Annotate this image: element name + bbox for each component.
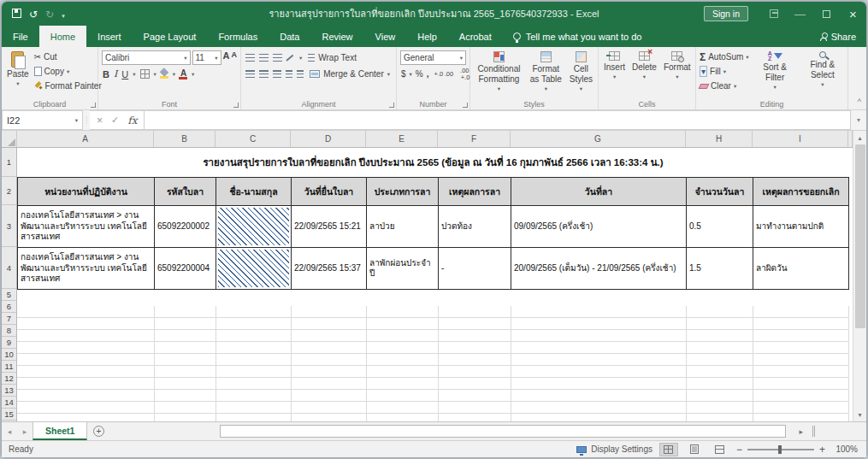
copy-button[interactable]: Copy ▾ [32, 64, 103, 79]
tell-me-box[interactable]: Tell me what you want to do [503, 26, 652, 47]
row-header[interactable]: 15 [2, 409, 16, 421]
fill-button[interactable]: ▾ Fill ▾ [698, 64, 751, 79]
scroll-right-arrow[interactable]: ▸ [799, 425, 803, 438]
header-cell[interactable]: เหตุผลการขอยกเลิก [753, 178, 849, 206]
header-cell[interactable]: วันที่ยื่นใบลา [292, 178, 367, 206]
borders-button[interactable] [140, 69, 150, 79]
format-as-table-button[interactable]: Format as Table ▾ [526, 50, 566, 97]
sheet-tab-sheet1[interactable]: Sheet1 [32, 422, 87, 440]
header-cell[interactable]: จำนวนวันลา [687, 178, 753, 206]
merge-center-button[interactable]: Merge & Center ▾ [308, 67, 392, 81]
row-header[interactable]: 10 [2, 349, 16, 361]
sort-filter-button[interactable]: AZ Sort & Filter ▾ [754, 50, 796, 97]
enter-entry-button[interactable]: ✓ [111, 115, 119, 126]
collapse-ribbon-button[interactable]: ^ [858, 97, 861, 106]
zoom-slider-thumb[interactable] [778, 445, 782, 454]
insert-function-button[interactable]: fx [127, 115, 137, 127]
page-break-view-button[interactable] [711, 443, 729, 456]
column-header-h[interactable]: H [686, 131, 753, 147]
find-select-button[interactable]: Find & Select ▾ [800, 50, 846, 97]
cut-button[interactable]: ✂ Cut [32, 50, 103, 64]
insert-cells-button[interactable]: Insert ▾ [600, 50, 629, 97]
column-header-d[interactable]: D [291, 131, 366, 147]
paste-button[interactable]: Paste ▾ [3, 50, 32, 97]
vertical-scrollbar[interactable]: ▴ ▾ [853, 131, 866, 421]
cell-styles-button[interactable]: Cell Styles ▾ [566, 50, 596, 97]
row-header[interactable]: 12 [2, 373, 16, 385]
align-middle-button[interactable] [259, 54, 269, 62]
delete-cells-button[interactable]: Delete ▾ [629, 50, 660, 97]
fill-color-button[interactable] [161, 69, 168, 79]
format-cells-button[interactable]: Format ▾ [660, 50, 694, 97]
wrap-text-button[interactable]: Wrap Text [306, 50, 358, 65]
row-header[interactable]: 14 [2, 397, 16, 409]
row-header[interactable]: 5 [2, 289, 16, 301]
page-layout-view-button[interactable] [685, 443, 704, 456]
unit-cell[interactable]: กองเทคโนโลยีสารสนเทศ > งานพัฒนาและบริหาร… [18, 206, 155, 248]
column-header-c[interactable]: C [216, 131, 291, 147]
days-count-cell[interactable]: 0.5 [687, 206, 753, 248]
alignment-dialog-launcher[interactable] [389, 103, 394, 108]
unit-cell[interactable]: กองเทคโนโลยีสารสนเทศ > งานพัฒนาและบริหาร… [18, 248, 155, 290]
align-right-button[interactable] [273, 70, 282, 78]
leave-reason-cell[interactable]: ปวดท้อง [439, 206, 511, 248]
header-cell[interactable]: ประเภทการลา [367, 178, 439, 206]
column-header-e[interactable]: E [366, 131, 438, 147]
tab-review[interactable]: Review [310, 26, 363, 47]
zoom-slider[interactable] [747, 449, 814, 450]
submitted-date-cell[interactable]: 22/09/2565 15:37 [292, 248, 367, 290]
leave-code-cell[interactable]: 65092200004 [155, 248, 216, 290]
align-bottom-button[interactable] [273, 54, 282, 62]
comma-style-button[interactable]: , [427, 69, 429, 79]
redacted-name-cell[interactable] [216, 206, 292, 248]
name-box[interactable]: I22 ▾ [2, 110, 83, 130]
leave-type-cell[interactable]: ลาป่วย [367, 206, 439, 248]
number-format-dropdown[interactable]: General ▾ [400, 50, 466, 65]
accounting-format-button[interactable]: $ [401, 69, 406, 79]
display-settings-button[interactable]: Display Settings [576, 444, 652, 454]
empty-grid-cells[interactable] [17, 306, 848, 421]
ribbon-display-options-button[interactable] [760, 2, 787, 26]
qat-customize-button[interactable]: ▾ [62, 6, 65, 21]
prev-sheet-button[interactable]: ◂ [2, 422, 17, 440]
next-sheet-button[interactable]: ▸ [17, 422, 32, 440]
row-header[interactable]: 13 [2, 385, 16, 397]
decrease-font-button[interactable]: A [232, 50, 238, 65]
submitted-date-cell[interactable]: 22/09/2565 15:21 [292, 206, 367, 248]
tab-help[interactable]: Help [406, 26, 448, 47]
column-header-b[interactable]: B [154, 131, 216, 147]
tab-data[interactable]: Data [269, 26, 310, 47]
days-count-cell[interactable]: 1.5 [687, 248, 753, 290]
vertical-scroll-thumb[interactable] [855, 144, 865, 328]
autosum-button[interactable]: Σ AutoSum ▾ [698, 50, 751, 64]
row-header[interactable]: 4 [2, 247, 16, 289]
tab-acrobat[interactable]: Acrobat [448, 26, 503, 47]
tab-splitter-handle[interactable] [812, 426, 815, 437]
cancel-entry-button[interactable]: × [97, 115, 103, 127]
format-painter-button[interactable]: Format Painter [32, 79, 103, 93]
tab-formulas[interactable]: Formulas [207, 26, 269, 47]
tab-page-layout[interactable]: Page Layout [133, 26, 208, 47]
underline-button[interactable]: U [121, 69, 128, 79]
tab-view[interactable]: View [364, 26, 407, 47]
row-header[interactable]: 8 [2, 325, 16, 337]
row-header[interactable]: 2 [2, 177, 16, 205]
tab-insert[interactable]: Insert [86, 26, 133, 47]
font-color-button[interactable]: A [180, 69, 187, 79]
share-button[interactable]: Share [820, 26, 856, 47]
increase-decimal-button[interactable]: +.0 .00 [433, 69, 456, 79]
clipboard-dialog-launcher[interactable] [91, 103, 96, 108]
expand-formula-bar-button[interactable]: ▾ [851, 110, 866, 130]
clear-button[interactable]: Clear ▾ [698, 79, 751, 93]
header-cell[interactable]: วันที่ลา [511, 178, 687, 206]
column-header-i[interactable]: I [753, 131, 848, 147]
bold-button[interactable]: B [103, 69, 109, 79]
align-top-button[interactable] [245, 54, 255, 62]
row-header[interactable]: 11 [2, 361, 16, 373]
italic-button[interactable]: I [114, 68, 117, 79]
header-cell[interactable]: ชื่อ-นามสกุล [216, 178, 292, 206]
horizontal-scroll-thumb[interactable] [220, 425, 786, 438]
tab-file[interactable]: File [2, 26, 39, 47]
header-cell[interactable]: รหัสใบลา [155, 178, 216, 206]
decrease-indent-button[interactable] [286, 70, 292, 78]
